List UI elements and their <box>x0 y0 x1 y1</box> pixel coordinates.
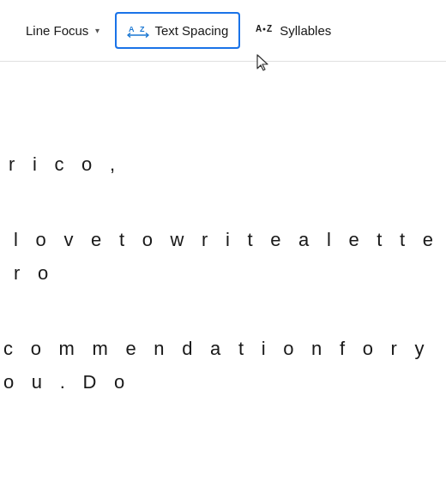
text-line-3: c o m m e n d a t i o n f o r y o u . D … <box>0 332 446 399</box>
document-content: r i c o , l o v e t o w r i t e a l e t … <box>0 62 446 504</box>
text-line-2: l o v e t o w r i t e a l e t t e r o <box>0 223 446 291</box>
text-spacing-label: Text Spacing <box>154 23 228 38</box>
line-focus-chevron-icon: ▾ <box>95 26 99 35</box>
text-spacing-button[interactable]: A Z Text Spacing <box>115 12 240 49</box>
syllables-label: Syllables <box>280 23 331 38</box>
text-line-1: r i c o , <box>0 147 446 182</box>
syllables-button[interactable]: A Z Syllables <box>244 12 343 49</box>
line-focus-button[interactable]: Line Focus ▾ <box>14 15 112 46</box>
toolbar: Line Focus ▾ A Z Text Spacing <box>0 0 446 62</box>
svg-point-4 <box>263 28 266 31</box>
svg-text:A: A <box>256 24 262 33</box>
text-spacing-icon: A Z <box>127 21 149 40</box>
syllables-icon: A Z <box>256 21 274 40</box>
svg-text:A: A <box>129 25 135 33</box>
line-focus-label: Line Focus <box>26 23 88 38</box>
svg-text:Z: Z <box>140 25 145 33</box>
svg-text:Z: Z <box>267 24 272 33</box>
